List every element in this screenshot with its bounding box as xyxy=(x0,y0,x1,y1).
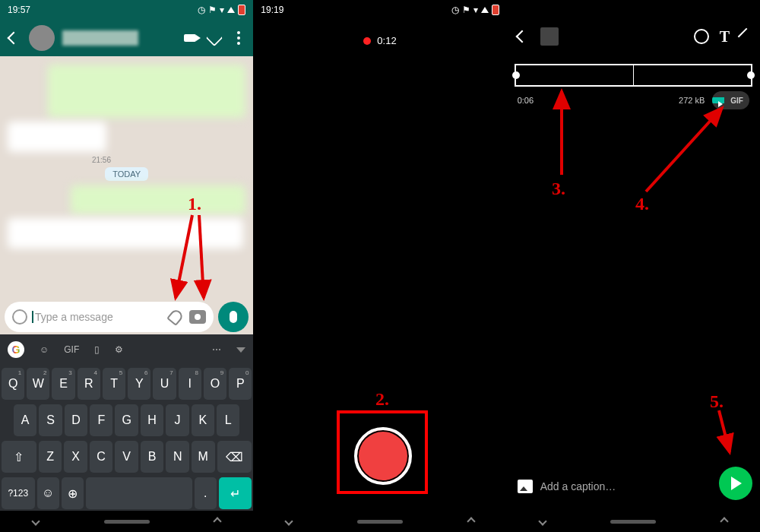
key-M[interactable]: M xyxy=(192,441,215,473)
back-icon[interactable] xyxy=(6,30,21,46)
key-Z[interactable]: Z xyxy=(39,441,62,473)
message-in xyxy=(8,218,243,249)
trim-handle-right[interactable] xyxy=(747,71,755,79)
key-B[interactable]: B xyxy=(141,441,164,473)
key-K[interactable]: K xyxy=(192,404,214,436)
backspace-key[interactable]: ⌫ xyxy=(217,441,252,473)
record-button[interactable] xyxy=(354,427,412,485)
sticker-icon[interactable]: ☺ xyxy=(40,344,49,355)
space-key[interactable] xyxy=(86,477,192,509)
send-button[interactable] xyxy=(719,467,752,500)
status-bar: 19:19 ◷⚑▾ xyxy=(253,0,506,20)
text-tool-icon[interactable]: T xyxy=(720,28,730,46)
android-navbar xyxy=(507,511,760,532)
nav-recent-icon[interactable] xyxy=(720,517,728,525)
draw-tool-icon[interactable] xyxy=(738,28,755,46)
symbols-key[interactable]: ?123 xyxy=(2,477,35,509)
key-D[interactable]: D xyxy=(65,404,87,436)
period-key[interactable]: . xyxy=(195,477,217,509)
key-T[interactable]: T5 xyxy=(103,368,125,400)
collapse-keyboard-icon[interactable] xyxy=(236,347,245,353)
key-Y[interactable]: Y6 xyxy=(128,368,150,400)
trim-slider[interactable] xyxy=(515,64,752,87)
file-size: 272 kB xyxy=(679,96,705,105)
message-out xyxy=(48,65,245,118)
gif-key[interactable]: GIF xyxy=(64,344,79,355)
key-X[interactable]: X xyxy=(64,441,87,473)
google-icon[interactable]: G xyxy=(8,341,24,358)
key-J[interactable]: J xyxy=(166,404,188,436)
key-E[interactable]: E3 xyxy=(52,368,74,400)
key-R[interactable]: R4 xyxy=(78,368,100,400)
key-U[interactable]: U7 xyxy=(153,368,176,400)
gallery-icon[interactable] xyxy=(518,480,533,493)
clipboard-icon[interactable]: ▯ xyxy=(94,344,100,355)
key-O[interactable]: O9 xyxy=(204,368,226,400)
key-C[interactable]: C xyxy=(90,441,113,473)
message-input-row: Type a message xyxy=(0,299,253,334)
more-menu-icon[interactable] xyxy=(230,30,247,46)
message-input[interactable]: Type a message xyxy=(5,302,214,332)
back-icon[interactable] xyxy=(515,29,530,44)
language-key[interactable]: ⊕ xyxy=(62,477,84,509)
chat-body[interactable]: 21:56 TODAY xyxy=(0,56,253,301)
android-navbar xyxy=(0,511,253,532)
nav-back-icon[interactable] xyxy=(285,517,293,525)
trim-duration: 0:06 xyxy=(518,96,534,105)
video-call-icon[interactable] xyxy=(182,30,198,46)
editor-toolbar: T xyxy=(507,20,760,53)
status-icons: ◷⚑▾ xyxy=(198,5,245,15)
nav-recent-icon[interactable] xyxy=(467,517,475,525)
mic-button[interactable] xyxy=(218,302,249,332)
nav-home-icon[interactable] xyxy=(610,520,656,524)
clock: 19:57 xyxy=(8,5,30,15)
key-V[interactable]: V xyxy=(115,441,138,473)
emoji-icon[interactable] xyxy=(12,309,27,325)
key-W[interactable]: W2 xyxy=(27,368,49,400)
nav-home-icon[interactable] xyxy=(357,520,403,524)
triptych-container: 19:57 ◷⚑▾ 21:56 TODAY Type a messag xyxy=(0,0,760,532)
chat-header xyxy=(0,20,253,56)
emoji-key[interactable]: ☺ xyxy=(37,477,59,509)
key-Q[interactable]: Q1 xyxy=(2,368,24,400)
nav-back-icon[interactable] xyxy=(31,517,40,525)
key-S[interactable]: S xyxy=(39,404,62,436)
settings-icon[interactable]: ⚙ xyxy=(115,344,123,355)
avatar[interactable] xyxy=(29,25,55,51)
camera-icon[interactable] xyxy=(189,310,206,324)
message-out xyxy=(71,185,245,214)
status-icons: ◷⚑▾ xyxy=(451,5,499,15)
key-A[interactable]: A xyxy=(14,404,36,436)
panel-camera-recording: 19:19 ◷⚑▾ 0:12 xyxy=(253,0,506,532)
nav-keyboard-icon[interactable] xyxy=(214,517,222,525)
enter-key[interactable]: ↵ xyxy=(219,477,252,509)
key-N[interactable]: N xyxy=(166,441,189,473)
message-in xyxy=(8,122,106,152)
key-I[interactable]: I8 xyxy=(179,368,201,400)
key-L[interactable]: L xyxy=(217,404,239,436)
video-mode-icon xyxy=(712,97,724,103)
key-G[interactable]: G xyxy=(115,404,138,436)
keyboard: G ☺ GIF ▯ ⚙ ⋯ Q1W2E3R4T5Y6U7I8O9P0 ASDFG… xyxy=(0,334,253,511)
key-P[interactable]: P0 xyxy=(229,368,252,400)
voice-call-icon[interactable] xyxy=(206,30,223,46)
video-gif-toggle[interactable]: GIF xyxy=(712,91,749,109)
video-thumbnail[interactable] xyxy=(540,27,559,46)
contact-name-blurred xyxy=(62,30,138,46)
emoji-sticker-icon[interactable] xyxy=(694,29,709,44)
more-icon[interactable]: ⋯ xyxy=(212,344,221,355)
message-time: 21:56 xyxy=(8,156,114,164)
nav-home-icon[interactable] xyxy=(104,520,150,524)
mic-icon xyxy=(230,311,237,323)
caption-placeholder: Add a caption… xyxy=(540,480,616,492)
record-timer: 0:12 xyxy=(377,35,396,46)
key-F[interactable]: F xyxy=(90,404,112,436)
attach-icon[interactable] xyxy=(166,308,185,326)
keyboard-rows: Q1W2E3R4T5Y6U7I8O9P0 ASDFGHJKL ⇧ ZXCVBNM… xyxy=(0,365,253,517)
recording-indicator: 0:12 xyxy=(253,35,506,46)
caption-input-row[interactable]: Add a caption… xyxy=(513,471,714,502)
key-H[interactable]: H xyxy=(141,404,163,436)
trim-handle-left[interactable] xyxy=(512,71,520,79)
nav-back-icon[interactable] xyxy=(538,517,546,525)
shift-key[interactable]: ⇧ xyxy=(2,441,36,473)
